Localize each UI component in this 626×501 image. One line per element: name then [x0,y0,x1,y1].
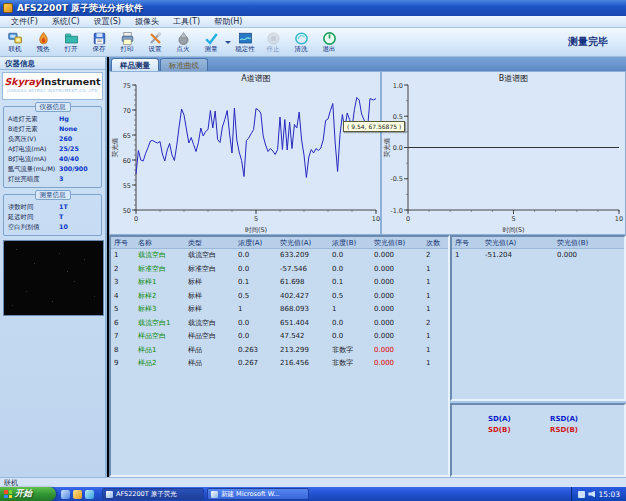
预热-button[interactable]: 预热 [29,28,57,56]
chart-b: B道谱图-1.0-0.50.00.51.00510时间(S)荧光值 [382,72,625,234]
table-row[interactable]: 2标准空白标准空白0.0-57.5460.00.0001 [111,263,448,277]
测量-button[interactable]: 测量 [197,28,225,56]
svg-text:时间(S): 时间(S) [245,226,267,234]
windows-flag-icon [4,490,12,498]
menu-item[interactable]: 工具(T) [166,16,207,28]
browser-icon[interactable] [85,490,94,499]
稳定性-button[interactable]: 稳定性 [231,28,259,56]
exit-power-icon [322,31,337,46]
sample-table[interactable]: 序号名称类型浓度(A)荧光值(A)浓度(B)荧光值(B)次数1载流空白载流空白0… [109,235,450,477]
table-row[interactable]: 6载流空白1载流空白0.0651.4040.00.0002 [111,317,448,331]
stop-icon [266,31,281,46]
tab-样品测量[interactable]: 样品测量 [111,58,159,71]
svg-text:-0.5: -0.5 [390,175,403,183]
open-folder-icon [64,31,79,46]
sidebar-group: 仪器信息A道灯元素HgB道灯元素None负高压(V)260A灯电流(mA)25/… [3,106,102,188]
link-icon [8,31,23,46]
table-row[interactable]: 3标样1标样0.161.6980.10.0001 [111,276,448,290]
brand-name-red: Skyray [5,76,41,87]
设置-button[interactable]: 设置 [141,28,169,56]
camera-view [3,240,104,316]
info-row: 负高压(V)260 [4,134,101,144]
quick-launch-icon[interactable] [73,490,82,499]
清洗-button[interactable]: 清洗 [287,28,315,56]
menu-bar: 文件(F)系统(C)设置(S)摄像头工具(T)帮助(H) [0,16,626,28]
svg-text:0: 0 [134,215,138,223]
svg-text:10: 10 [615,215,623,223]
task-app-icon [106,491,113,498]
退出-button[interactable]: 退出 [315,28,343,56]
settings-icon [148,31,163,46]
menu-item[interactable]: 文件(F) [4,16,45,28]
right-panel: 序号荧光值(A)荧光值(B)1-51.2040.000 SD(A) RSD(A)… [450,235,626,477]
打开-button[interactable]: 打开 [57,28,85,56]
menu-item[interactable]: 帮助(H) [207,16,249,28]
info-row: 灯丝亮暗度3 [4,174,101,184]
svg-text:0: 0 [406,215,410,223]
停止-button: 停止 [259,28,287,56]
title-bar: AFS2200T 原子荧光分析软件 [0,0,626,16]
show-desktop-icon[interactable] [61,490,70,499]
start-button[interactable]: 开始 [0,487,56,501]
chart-tooltip: ( 9.54, 67.56875 ) [343,121,405,132]
svg-text:65: 65 [123,132,131,140]
svg-text:-1.0: -1.0 [390,207,403,215]
menu-item[interactable]: 摄像头 [128,16,166,28]
detail-table[interactable]: 序号荧光值(A)荧光值(B)1-51.2040.000 [450,235,626,401]
svg-text:70: 70 [123,107,131,115]
svg-text:10: 10 [372,215,380,223]
sd-b-label: SD(B) [488,426,550,434]
table-row[interactable]: 5标样3标样1868.09310.0001 [111,303,448,317]
rsd-b-label: RSD(B) [550,426,612,434]
svg-text:荧光值: 荧光值 [111,137,119,157]
tab-标准曲线[interactable]: 标准曲线 [160,58,208,71]
brand-name-black: Instrument [41,76,101,87]
点火-button[interactable]: 点火 [169,28,197,56]
task-button[interactable]: AFS2200T 原子荧光 [102,488,204,500]
detail-row[interactable]: 1-51.2040.000 [452,249,624,263]
taskbar: 开始 AFS2200T 原子荧光新建 Microsoft W... 15:03 [0,487,626,501]
svg-text:5: 5 [511,215,515,223]
charts-row: A道谱图5055606570750510时间(S)荧光值 B道谱图-1.0-0.… [109,71,626,235]
tray-app-icon[interactable] [578,491,585,498]
table-row[interactable]: 1载流空白载流空白0.0633.2090.00.0002 [111,249,448,263]
svg-text:1.0: 1.0 [393,82,403,90]
table-row[interactable]: 7样品空白样品空白0.047.5420.00.0001 [111,330,448,344]
rsd-a-label: RSD(A) [550,415,612,423]
svg-text:50: 50 [123,207,131,215]
print-icon [120,31,135,46]
toolbar: 联机预热打开保存打印设置点火测量稳定性停止清洗退出 测量完毕 [0,28,626,57]
volume-icon[interactable] [588,491,595,498]
chart-a-panel: A道谱图5055606570750510时间(S)荧光值 [109,71,381,235]
menu-item[interactable]: 系统(C) [45,16,87,28]
task-button[interactable]: 新建 Microsoft W... [207,488,309,500]
联机-button[interactable]: 联机 [1,28,29,56]
打印-button[interactable]: 打印 [113,28,141,56]
app-icon [3,3,13,13]
start-label: 开始 [15,488,32,500]
sidebar: 仪器信息 SkyrayInstrument JIANGSU SKYRAY INS… [0,57,107,477]
detail-table-header: 序号荧光值(A)荧光值(B) [452,237,624,249]
brand-logo: SkyrayInstrument JIANGSU SKYRAY INSTRUME… [2,72,103,100]
table-row[interactable]: 4标样2标样0.5402.4270.50.0001 [111,290,448,304]
tab-strip: 样品测量标准曲线 [109,57,626,71]
window-title: AFS2200T 原子荧光分析软件 [17,2,143,15]
task-buttons: AFS2200T 原子荧光新建 Microsoft W... [99,488,309,500]
camera-noise [4,241,5,242]
menu-item[interactable]: 设置(S) [87,16,128,28]
tables-row: 序号名称类型浓度(A)荧光值(A)浓度(B)荧光值(B)次数1载流空白载流空白0… [109,235,626,477]
info-row: 延迟时间T [4,212,101,222]
svg-text:5: 5 [254,215,258,223]
table-row[interactable]: 8样品1样品0.263213.299非数字0.0001 [111,344,448,358]
preheat-icon [36,31,51,46]
chart-a: A道谱图5055606570750510时间(S)荧光值 [110,72,382,234]
measure-check-icon [204,31,219,46]
quick-launch [56,490,99,499]
保存-button[interactable]: 保存 [85,28,113,56]
table-row[interactable]: 9样品2样品0.267216.456非数字0.0001 [111,357,448,371]
measure-status-text: 测量完毕 [568,35,626,49]
app-window: AFS2200T 原子荧光分析软件 文件(F)系统(C)设置(S)摄像头工具(T… [0,0,626,501]
chart-b-panel: B道谱图-1.0-0.50.00.51.00510时间(S)荧光值 [381,71,626,235]
stability-icon [238,31,253,46]
toolbar-buttons: 联机预热打开保存打印设置点火测量稳定性停止清洗退出 [0,28,343,56]
